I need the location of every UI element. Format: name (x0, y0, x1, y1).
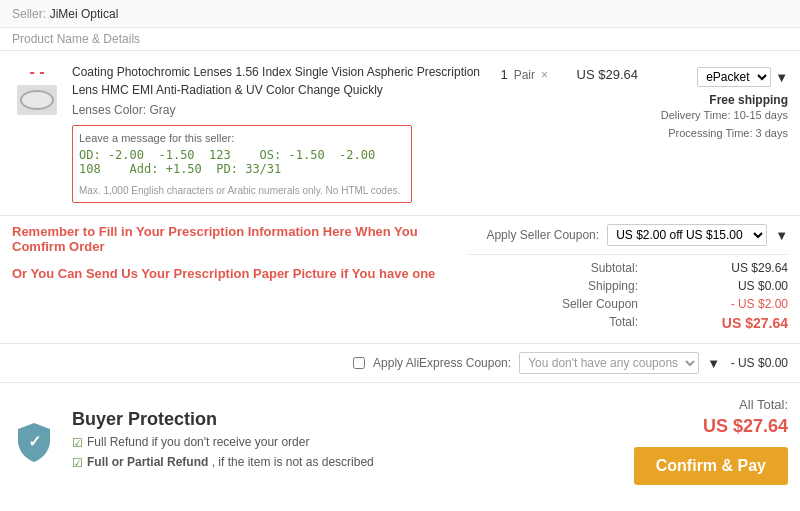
all-total-value: US $27.64 (634, 416, 788, 437)
ali-coupon-select[interactable]: You don't have any coupons (519, 352, 699, 374)
seller-name: JiMei Optical (50, 7, 119, 21)
product-details: Coating Photochromic Lenses 1.56 Index S… (72, 63, 490, 203)
shipping-method-row: ePacket ▼ (648, 67, 788, 87)
coupon-dropdown-icon: ▼ (775, 228, 788, 243)
ali-coupon-checkbox[interactable] (353, 357, 365, 369)
seller-coupon-row: Apply Seller Coupon: US $2.00 off US $15… (468, 224, 788, 246)
quantity-area: 1 Pair × (500, 63, 548, 82)
ali-coupon-label: Apply AliExpress Coupon: (373, 356, 511, 370)
buyer-protection-title: Buyer Protection (72, 409, 618, 430)
delivery-info: Delivery Time: 10-15 days Processing Tim… (648, 107, 788, 142)
bp-text-2: Full or Partial Refund , if the item is … (87, 454, 374, 471)
times-symbol: × (541, 68, 548, 82)
message-hint: Max. 1,000 English characters or Arabic … (79, 185, 405, 196)
bp-text-2-suffix: , if the item is not as described (212, 455, 374, 469)
reminder-text-1: Remember to Fill in Your Prescription In… (12, 224, 448, 254)
shipping-value: US $0.00 (718, 279, 788, 293)
buyer-protection-icon: ✓ (12, 419, 56, 463)
bp-item-2: ☑ Full or Partial Refund , if the item i… (72, 454, 618, 472)
shipping-row: Shipping: US $0.00 (468, 279, 788, 293)
total-row: Total: US $27.64 (468, 315, 788, 331)
subtotal-value: US $29.64 (718, 261, 788, 275)
message-box-label: Leave a message for this seller: (79, 132, 405, 144)
total-section: All Total: US $27.64 Confirm & Pay (634, 397, 788, 485)
product-color: Lenses Color: Gray (72, 103, 490, 117)
seller-coupon-label: Seller Coupon (562, 297, 638, 311)
ali-dropdown-icon: ▼ (707, 356, 720, 371)
reminder-section: Remember to Fill in Your Prescription In… (0, 216, 800, 344)
bp-item-1: ☑ Full Refund if you don't receive your … (72, 434, 618, 452)
seller-coupon-value: - US $2.00 (718, 297, 788, 311)
message-box-wrapper: Leave a message for this seller: Max. 1,… (72, 125, 412, 203)
bp-text-2-bold: Full or Partial Refund (87, 455, 208, 469)
seller-label: Seller: (12, 7, 46, 21)
processing-time-value: 3 days (756, 127, 788, 139)
delivery-time-label: Delivery Time: (661, 109, 731, 121)
subtotal-label: Subtotal: (591, 261, 638, 275)
product-price: US $29.64 (558, 63, 638, 82)
quantity-value: 1 (500, 67, 507, 82)
shipping-column: ePacket ▼ Free shipping Delivery Time: 1… (648, 63, 788, 142)
coupon-label: Apply Seller Coupon: (486, 228, 599, 242)
ali-coupon-discount: - US $0.00 (728, 356, 788, 370)
ali-coupon-section: Apply AliExpress Coupon: You don't have … (0, 344, 800, 383)
page-wrapper: Seller: JiMei Optical Product Name & Det… (0, 0, 800, 511)
buyer-protection-content: Buyer Protection ☑ Full Refund if you do… (72, 409, 618, 474)
product-thumbnail (17, 85, 57, 115)
quantity-unit: Pair (514, 68, 535, 82)
seller-message-input[interactable] (79, 148, 405, 180)
summary-rows: Subtotal: US $29.64 Shipping: US $0.00 S… (468, 254, 788, 331)
color-label: Lenses Color: (72, 103, 146, 117)
seller-coupon-row-summary: Seller Coupon - US $2.00 (468, 297, 788, 311)
product-image-area: - - (12, 63, 62, 115)
processing-time-label: Processing Time: (668, 127, 752, 139)
bottom-footer: ✓ Buyer Protection ☑ Full Refund if you … (0, 383, 800, 499)
all-total-label: All Total: (634, 397, 788, 412)
confirm-pay-button[interactable]: Confirm & Pay (634, 447, 788, 485)
reminder-left: Remember to Fill in Your Prescription In… (12, 224, 448, 335)
lens-image (20, 90, 54, 110)
subtotal-row: Subtotal: US $29.64 (468, 261, 788, 275)
dropdown-icon: ▼ (775, 70, 788, 85)
total-value: US $27.64 (718, 315, 788, 331)
check-icon-1: ☑ (72, 435, 83, 452)
seller-coupon-select[interactable]: US $2.00 off US $15.00 (607, 224, 767, 246)
check-icon-2: ☑ (72, 455, 83, 472)
bp-text-1: Full Refund if you don't receive your or… (87, 434, 309, 451)
seller-bar: Seller: JiMei Optical (0, 0, 800, 28)
delivery-time-value: 10-15 days (734, 109, 788, 121)
product-name-header: Product Name & Details (0, 28, 800, 51)
svg-text:✓: ✓ (28, 433, 41, 450)
product-row: - - Coating Photochromic Lenses 1.56 Ind… (0, 51, 800, 216)
dash-icon: - - (29, 63, 44, 81)
shipping-method-select[interactable]: ePacket (697, 67, 771, 87)
free-shipping-label: Free shipping (648, 93, 788, 107)
product-title: Coating Photochromic Lenses 1.56 Index S… (72, 63, 490, 99)
color-value: Gray (149, 103, 175, 117)
reminder-text-2: Or You Can Send Us Your Prescription Pap… (12, 266, 448, 281)
order-summary: Apply Seller Coupon: US $2.00 off US $15… (468, 224, 788, 335)
total-label: Total: (609, 315, 638, 331)
shipping-label: Shipping: (588, 279, 638, 293)
